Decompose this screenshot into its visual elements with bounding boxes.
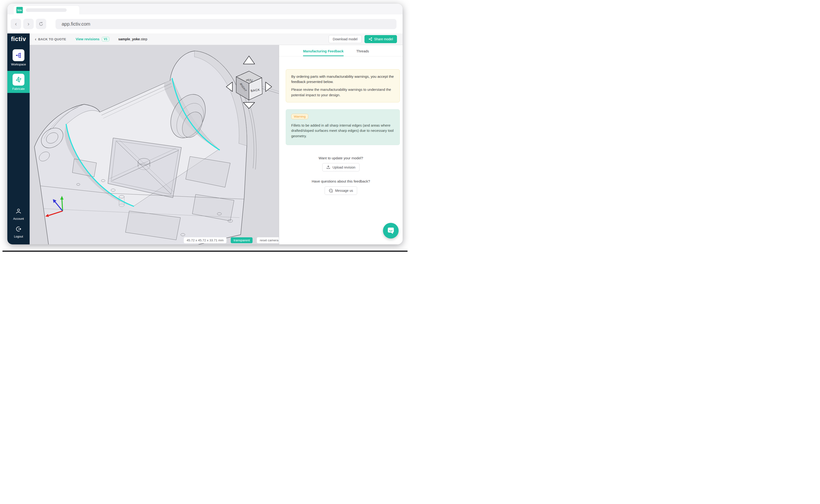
browser-tab[interactable]: fctv [13,5,80,14]
rotate-right-arrow[interactable] [266,82,272,92]
transparent-toggle[interactable]: transparent [231,237,253,243]
share-model-button[interactable]: Share model [364,35,397,43]
main-area: ‹ BACK TO QUOTE View revisions V1 sample… [30,33,403,244]
laptop-base-edge [2,251,408,252]
sidebar-item-label: Fabricate [7,87,30,91]
questions-prompt: Have questions about this feedback? [279,179,403,183]
share-icon [369,37,372,41]
tab-strip: fctv [7,4,403,14]
warning-badge: Warning [291,114,308,119]
content-row: TOP RIGHT BACK 45.72 x 45.72 x 33.71 mm [30,45,403,244]
sidebar-item-logout[interactable]: Logout [7,223,30,241]
chevron-left-icon: ‹ [35,37,37,42]
sidebar-item-account[interactable]: Account [7,206,30,223]
forward-button[interactable]: › [23,19,34,29]
update-prompt: Want to update your model? [279,156,403,160]
panel-tabs: Manufacturing Feedback Threads [279,45,403,56]
warning-card: Warning Fillets to be added in all sharp… [286,109,400,145]
fictiv-favicon: fctv [16,7,23,13]
cad-model[interactable]: TOP RIGHT BACK [30,45,279,244]
view-revisions-link[interactable]: View revisions [76,37,99,41]
tab-manufacturing-feedback[interactable]: Manufacturing Feedback [303,45,344,56]
back-to-quote-link[interactable]: ‹ BACK TO QUOTE [35,37,66,42]
sidebar-item-label: Workspace [7,63,30,66]
rotate-up-arrow[interactable] [243,56,255,64]
device-frame: fctv ‹ › app.fictiv.com fictiv [0,0,410,252]
viewer-canvas[interactable]: TOP RIGHT BACK 45.72 x 45.72 x 33.71 mm [30,45,279,244]
notice-line1: By ordering parts with manufacturability… [291,74,394,84]
upload-icon [326,165,330,169]
tab-threads[interactable]: Threads [356,45,369,56]
download-model-button[interactable]: Download model [329,35,361,43]
notice-line2: Please review the manufacturability warn… [291,87,394,97]
upload-revision-button[interactable]: Upload revision [322,163,359,171]
url-bar[interactable]: app.fictiv.com [55,19,396,29]
message-us-button[interactable]: Message us [325,186,357,195]
fabricate-icon [15,76,22,83]
sidebar: fictiv Workspace [7,33,30,244]
reload-icon [39,22,43,26]
message-icon [329,188,333,193]
filename: sample_yoke.step [118,37,147,41]
sidebar-item-label: Logout [7,235,30,238]
reload-button[interactable] [36,19,46,29]
warning-text: Fillets to be added in all sharp interna… [291,123,394,139]
rotate-down-arrow[interactable] [243,102,255,109]
sidebar-item-label: Account [7,217,30,220]
feedback-panel: Manufacturing Feedback Threads By orderi… [279,45,403,244]
browser-toolbar: ‹ › app.fictiv.com [7,14,403,33]
account-icon [15,208,22,215]
manufacturability-notice: By ordering parts with manufacturability… [286,69,400,102]
workspace-icon [15,52,22,59]
app-shell: fictiv Workspace [7,33,403,244]
app-header: ‹ BACK TO QUOTE View revisions V1 sample… [30,33,403,45]
browser-window: fctv ‹ › app.fictiv.com fictiv [7,4,403,244]
back-to-quote-label: BACK TO QUOTE [38,37,66,41]
sidebar-item-workspace[interactable]: Workspace [7,46,30,71]
sidebar-item-fabricate[interactable]: Fabricate [7,71,30,93]
reset-camera-button[interactable]: reset camera [257,237,279,243]
chat-icon [387,227,395,234]
intercom-chat-button[interactable] [383,223,399,238]
revision-badge[interactable]: V1 [102,37,109,41]
back-button[interactable]: ‹ [11,19,21,29]
url-text: app.fictiv.com [62,21,90,27]
logout-icon [15,226,22,232]
fictiv-logo: fictiv [7,35,30,43]
tab-title-placeholder [26,8,67,12]
dimensions-badge: 45.72 x 45.72 x 33.71 mm [184,237,226,243]
